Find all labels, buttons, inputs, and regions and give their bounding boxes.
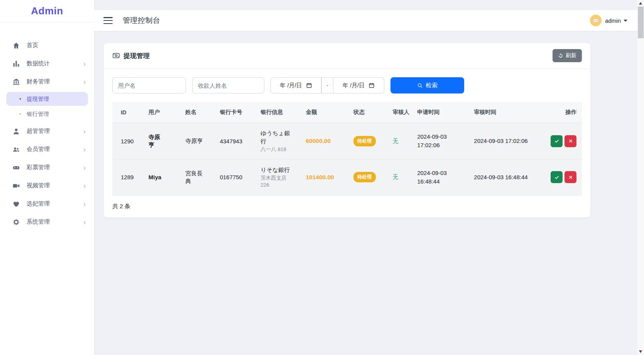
check-icon: [554, 138, 559, 144]
cell-user: 寺原亨: [145, 123, 182, 160]
sidebar-item-system[interactable]: 系统管理 ›: [0, 213, 94, 231]
gamepad-icon: [12, 164, 20, 172]
chevron-right-icon: ›: [83, 146, 86, 153]
approve-button[interactable]: [551, 135, 563, 147]
sidebar-item-label: 财务管理: [27, 78, 83, 85]
date-range-group: 年 /月/日 - 年 /月/日: [270, 77, 384, 93]
bank-icon: [12, 78, 20, 86]
bullet-icon: •: [19, 111, 21, 117]
reject-button[interactable]: [565, 171, 576, 183]
top-navbar: 管理控制台 admin: [94, 10, 637, 31]
hamburger-menu-icon[interactable]: [103, 17, 113, 24]
sidebar-item-lottery[interactable]: 彩票管理 ›: [0, 158, 94, 177]
calendar-icon[interactable]: [306, 82, 312, 88]
cell-status: 待处理: [350, 160, 389, 195]
search-button[interactable]: 检索: [390, 77, 464, 93]
col-header-name: 姓名: [181, 102, 216, 123]
sidebar-item-statistics[interactable]: 数据统计 ›: [0, 54, 94, 73]
cell-name: 宮良長典: [181, 160, 216, 195]
sidebar-subitem-withdraw[interactable]: • 提现管理: [6, 92, 88, 106]
total-count: 共 2 条: [104, 195, 590, 217]
cell-apply-time: 2024-09-03 16:48:44: [413, 160, 470, 195]
calendar-icon[interactable]: [368, 82, 375, 88]
status-badge: 待处理: [353, 136, 376, 146]
table-row: 1290 寺原亨 寺原亨 4347943 ゆうちょ銀行 八一八 818 6000…: [112, 123, 582, 160]
chevron-right-icon: ›: [83, 200, 86, 207]
col-header-apply-time: 申请时间: [413, 102, 470, 123]
sidebar-subitem-label: 提现管理: [27, 95, 49, 103]
cell-status: 待处理: [350, 123, 389, 160]
search-icon: [417, 83, 423, 88]
sidebar-item-label: 会员管理: [27, 146, 83, 153]
withdraw-table: ID 用户 姓名 银行卡号 银行信息 金额 状态 审核人 申请时间 审核时间 操: [112, 102, 582, 195]
sidebar-item-superadmin[interactable]: 超管管理 ›: [0, 122, 94, 140]
sidebar-item-label: 视频管理: [27, 182, 83, 189]
col-header-amount: 金额: [302, 102, 350, 123]
bank-name: ゆうちょ銀行: [260, 129, 291, 145]
avatar: [590, 15, 602, 26]
withdraw-panel: 提现管理 刷新 年 /月/日 -: [103, 42, 591, 218]
sidebar: Admin 首页 数据统计 › 财务管理 ›: [0, 0, 94, 355]
scrollbar-thumb[interactable]: [638, 7, 644, 38]
panel-title-text: 提现管理: [123, 51, 150, 60]
cell-amount: 60000.00: [302, 123, 350, 160]
cell-bank-info: りそな銀行 茨木西支店 226: [257, 160, 302, 195]
col-header-operations: 操作: [547, 102, 582, 123]
caret-down-icon: [624, 20, 627, 22]
refresh-icon: [558, 53, 563, 58]
navbar-left: 管理控制台: [103, 15, 161, 25]
sidebar-subitem-label: 银行管理: [27, 110, 49, 118]
chevron-right-icon: ›: [83, 219, 86, 226]
cell-audit-time: 2024-09-03 16:48:44: [470, 160, 547, 195]
person-icon: [12, 127, 20, 135]
status-badge: 待处理: [353, 172, 376, 182]
refresh-button[interactable]: 刷新: [553, 49, 582, 62]
user-menu[interactable]: admin: [590, 15, 627, 26]
cell-operations: [547, 160, 582, 195]
username-label: admin: [605, 17, 621, 24]
cell-bank-info: ゆうちょ銀行 八一八 818: [257, 123, 302, 160]
bank-branch: 八一八 818: [260, 146, 293, 153]
search-label: 检索: [426, 82, 438, 90]
col-header-auditor: 审核人: [389, 102, 414, 123]
check-icon: [554, 175, 559, 180]
content-area: 提现管理 刷新 年 /月/日 -: [94, 31, 637, 218]
end-date-input[interactable]: 年 /月/日: [333, 77, 384, 93]
sidebar-item-home[interactable]: 首页: [0, 36, 94, 54]
gear-icon: [12, 218, 20, 226]
cell-apply-time: 2024-09-03 17:02:06: [413, 123, 470, 160]
cell-operations: [547, 123, 582, 160]
heart-icon: [12, 200, 20, 208]
sidebar-nav: 首页 数据统计 › 财务管理 › • 提现管理 •: [0, 22, 94, 231]
sidebar-item-video[interactable]: 视频管理 ›: [0, 177, 94, 195]
sidebar-item-members[interactable]: 会员管理 ›: [0, 140, 94, 158]
app-root: Admin 首页 数据统计 › 财务管理 ›: [0, 0, 637, 355]
people-icon: [12, 146, 20, 153]
sidebar-item-label: 首页: [27, 42, 86, 49]
chevron-right-icon: ›: [83, 128, 86, 135]
cell-id: 1290: [112, 123, 145, 160]
chevron-right-icon: ›: [83, 164, 86, 171]
top-gap: [94, 0, 637, 10]
col-header-bank-info: 银行信息: [257, 102, 302, 123]
scroll-up-arrow-icon[interactable]: [639, 2, 642, 5]
sidebar-item-concubine[interactable]: 选妃管理 ›: [0, 195, 94, 213]
payee-name-input[interactable]: [192, 77, 264, 93]
sidebar-item-label: 彩票管理: [27, 164, 83, 171]
start-date-input[interactable]: 年 /月/日: [270, 77, 321, 93]
col-header-card-no: 银行卡号: [216, 102, 257, 123]
username-input[interactable]: [112, 77, 186, 93]
sidebar-item-label: 数据统计: [27, 60, 83, 67]
sidebar-item-finance[interactable]: 财务管理 ›: [0, 73, 94, 91]
sidebar-item-label: 超管管理: [27, 127, 83, 135]
start-date-placeholder: 年 /月/日: [280, 82, 302, 89]
video-camera-icon: [12, 182, 20, 190]
scroll-down-arrow-icon[interactable]: [639, 350, 642, 353]
approve-button[interactable]: [551, 171, 563, 183]
bank-branch: 茨木西支店 226: [260, 175, 293, 189]
sidebar-subitem-bank[interactable]: • 银行管理: [6, 107, 88, 121]
vertical-scrollbar[interactable]: [637, 0, 644, 355]
reject-button[interactable]: [565, 135, 576, 147]
cell-card-no: 4347943: [216, 123, 257, 160]
cell-name: 寺原亨: [181, 123, 216, 160]
